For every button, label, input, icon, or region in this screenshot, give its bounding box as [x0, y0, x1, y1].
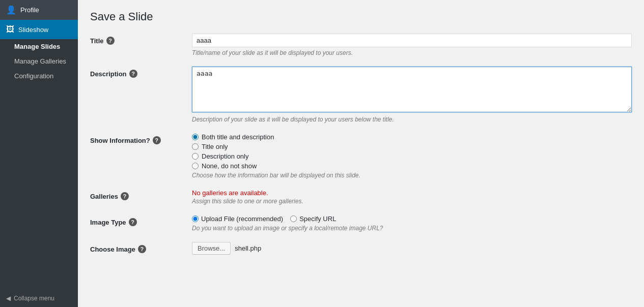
- description-textarea[interactable]: aaaa: [192, 67, 632, 112]
- image-type-label: Image Type ?: [90, 215, 192, 226]
- description-row: Description ? aaaa Description of your s…: [90, 67, 632, 123]
- radio-title-only-input[interactable]: [192, 143, 199, 150]
- choose-image-row: Choose Image ? Browse... shell.php: [90, 242, 632, 255]
- radio-upload-input[interactable]: [192, 216, 199, 222]
- choose-image-label: Choose Image ?: [90, 242, 192, 253]
- description-control: aaaa Description of your slide as it wil…: [192, 67, 632, 123]
- description-help-icon[interactable]: ?: [129, 70, 137, 78]
- radio-description-only[interactable]: Description only: [192, 152, 632, 160]
- radio-upload[interactable]: Upload File (recommended): [192, 215, 283, 223]
- galleries-hint: Assign this slide to one or more galleri…: [192, 198, 632, 205]
- browse-button[interactable]: Browse...: [192, 242, 231, 255]
- description-hint: Description of your slide as it will be …: [192, 116, 632, 123]
- show-info-row: Show Information? ? Both title and descr…: [90, 133, 632, 179]
- galleries-help-icon[interactable]: ?: [121, 192, 129, 200]
- radio-both-input[interactable]: [192, 134, 199, 140]
- sidebar-item-label: Slideshow: [18, 26, 48, 34]
- sidebar: 👤 Profile 🖼 Slideshow Manage Slides Mana…: [0, 0, 78, 307]
- title-label: Title ?: [90, 34, 192, 45]
- sidebar-item-slideshow[interactable]: 🖼 Slideshow: [0, 20, 78, 39]
- galleries-none-message: No galleries are available.: [192, 189, 632, 197]
- sidebar-item-profile[interactable]: 👤 Profile: [0, 0, 78, 20]
- galleries-row: Galleries ? No galleries are available. …: [90, 189, 632, 205]
- title-hint: Title/name of your slide as it will be d…: [192, 49, 632, 56]
- radio-none[interactable]: None, do not show: [192, 162, 632, 170]
- main-content: Save a Slide Title ? Title/name of your …: [78, 0, 644, 307]
- title-help-icon[interactable]: ?: [106, 37, 115, 45]
- image-type-control: Upload File (recommended) Specify URL Do…: [192, 215, 632, 232]
- collapse-menu-button[interactable]: ◀ Collapse menu: [0, 290, 78, 307]
- collapse-icon: ◀: [6, 295, 11, 302]
- profile-icon: 👤: [6, 5, 16, 15]
- galleries-label: Galleries ?: [90, 189, 192, 200]
- image-type-row: Image Type ? Upload File (recommended) S…: [90, 215, 632, 232]
- sidebar-submenu: Manage Slides Manage Galleries Configura…: [0, 39, 78, 83]
- sidebar-item-configuration[interactable]: Configuration: [0, 69, 78, 83]
- radio-description-only-input[interactable]: [192, 153, 199, 160]
- radio-url-input[interactable]: [290, 216, 297, 222]
- show-info-hint: Choose how the information bar will be d…: [192, 172, 632, 179]
- file-name: shell.php: [235, 244, 261, 252]
- title-control: Title/name of your slide as it will be d…: [192, 34, 632, 56]
- galleries-control: No galleries are available. Assign this …: [192, 189, 632, 205]
- choose-image-help-icon[interactable]: ?: [138, 245, 146, 253]
- image-type-help-icon[interactable]: ?: [129, 218, 137, 226]
- title-input[interactable]: [192, 34, 632, 47]
- slideshow-icon: 🖼: [6, 25, 14, 34]
- radio-both[interactable]: Both title and description: [192, 133, 632, 141]
- radio-url[interactable]: Specify URL: [290, 215, 336, 223]
- show-info-label: Show Information? ?: [90, 133, 192, 144]
- sidebar-item-manage-slides[interactable]: Manage Slides: [0, 39, 78, 54]
- image-type-radio-group: Upload File (recommended) Specify URL: [192, 215, 632, 223]
- show-info-radio-group: Both title and description Title only De…: [192, 133, 632, 170]
- page-title: Save a Slide: [90, 10, 632, 23]
- show-info-control: Both title and description Title only De…: [192, 133, 632, 179]
- title-row: Title ? Title/name of your slide as it w…: [90, 34, 632, 56]
- radio-title-only[interactable]: Title only: [192, 143, 632, 150]
- show-info-help-icon[interactable]: ?: [153, 136, 161, 144]
- sidebar-item-label: Profile: [20, 6, 39, 14]
- description-label: Description ?: [90, 67, 192, 78]
- choose-image-control: Browse... shell.php: [192, 242, 632, 255]
- sidebar-item-manage-galleries[interactable]: Manage Galleries: [0, 54, 78, 69]
- radio-none-input[interactable]: [192, 163, 199, 169]
- image-type-hint: Do you want to upload an image or specif…: [192, 225, 632, 232]
